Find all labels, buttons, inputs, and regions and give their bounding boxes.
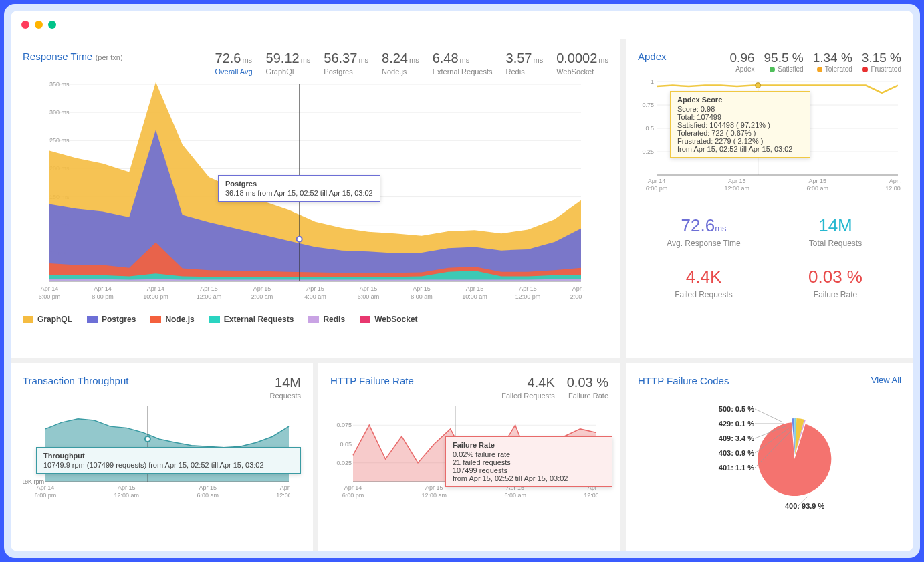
svg-text:12:00 pm: 12:00 pm (584, 492, 598, 499)
svg-text:6:00 pm: 6:00 pm (35, 492, 57, 499)
svg-text:Apr 14: Apr 14 (94, 285, 112, 292)
svg-text:6:00 pm: 6:00 pm (646, 185, 668, 192)
legend-item[interactable]: Redis (308, 315, 345, 324)
svg-text:Apr 14: Apr 14 (344, 484, 362, 491)
svg-text:0.5: 0.5 (645, 125, 654, 132)
failure-tooltip: Failure Rate 0.02% failure rate21 failed… (445, 436, 612, 487)
throughput-label: Requests (270, 392, 301, 400)
svg-text:6:00 am: 6:00 am (358, 293, 380, 300)
minimize-icon[interactable] (35, 21, 43, 29)
svg-text:Apr 15: Apr 15 (306, 285, 324, 292)
svg-text:Apr 15: Apr 15 (808, 178, 826, 184)
svg-text:2:00 am: 2:00 am (251, 293, 273, 300)
svg-text:1: 1 (651, 78, 654, 85)
svg-point-72 (145, 436, 150, 441)
svg-text:12:00 am: 12:00 am (725, 185, 750, 192)
svg-text:Apr 15: Apr 15 (889, 178, 901, 184)
apdex-tooltip: Apdex Score Score: 0.98Total: 107499Sati… (670, 91, 810, 158)
svg-text:0.025: 0.025 (336, 459, 352, 466)
legend-item[interactable]: GraphQL (23, 315, 72, 324)
svg-text:12:00 am: 12:00 am (114, 492, 140, 499)
svg-text:6:00 pm: 6:00 pm (39, 293, 61, 300)
svg-text:10:00 am: 10:00 am (462, 293, 487, 300)
svg-text:300 ms: 300 ms (49, 109, 70, 116)
pie-label: 500: 0.5 % (719, 405, 754, 413)
failure-rate-value: 0.03 % (567, 375, 608, 390)
failure-rate-card: HTTP Failure Rate 4.4K Failed Requests 0… (318, 363, 620, 552)
svg-text:350 ms: 350 ms (49, 81, 70, 88)
svg-text:Apr 15: Apr 15 (200, 285, 218, 292)
svg-text:Apr 15: Apr 15 (572, 285, 584, 292)
svg-text:12:00 pm: 12:00 pm (276, 492, 290, 499)
postgres-tooltip: Postgres 36.18 ms from Apr 15, 02:52 til… (218, 175, 380, 202)
pie-label: 429: 0.1 % (719, 420, 754, 428)
legend-item[interactable]: Node.js (150, 315, 194, 324)
svg-point-57 (756, 83, 761, 88)
failure-codes-card: HTTP Failure Codes View All 500: 0.5 %42… (626, 363, 913, 552)
svg-text:Apr 15: Apr 15 (425, 484, 443, 491)
svg-line-90 (755, 409, 782, 422)
svg-text:4:00 am: 4:00 am (304, 293, 326, 300)
svg-text:Apr 15: Apr 15 (199, 484, 217, 491)
svg-text:Apr 14: Apr 14 (41, 285, 59, 292)
failure-title: HTTP Failure Rate (330, 375, 414, 386)
svg-text:Apr 15: Apr 15 (360, 285, 378, 292)
svg-text:2:00 pm: 2:00 pm (570, 293, 584, 300)
svg-text:Apr 14: Apr 14 (37, 484, 55, 491)
svg-text:250 ms: 250 ms (49, 137, 70, 144)
throughput-card: Transaction Throughput 14M Requests 10K … (11, 363, 313, 552)
svg-text:10:00 pm: 10:00 pm (143, 293, 168, 300)
failure-codes-pie[interactable] (638, 392, 901, 519)
svg-text:12:00 pm: 12:00 pm (515, 293, 541, 300)
pie-label: 403: 0.9 % (719, 449, 754, 457)
apdex-title: Apdex (638, 51, 667, 62)
throughput-value: 14M (275, 375, 301, 390)
failed-requests-value: 4.4K (501, 375, 555, 390)
svg-point-38 (297, 237, 302, 242)
svg-text:6:00 pm: 6:00 pm (342, 492, 364, 499)
window-titlebar (11, 11, 913, 39)
view-all-link[interactable]: View All (871, 375, 901, 385)
svg-text:Apr 14: Apr 14 (648, 178, 666, 184)
svg-text:Apr 15: Apr 15 (253, 285, 271, 292)
svg-text:12:00 am: 12:00 am (422, 492, 447, 499)
svg-text:Apr 15: Apr 15 (280, 484, 290, 491)
response-time-title: Response Time (23, 51, 92, 62)
svg-text:0.05: 0.05 (340, 440, 352, 447)
svg-text:8:00 am: 8:00 am (411, 293, 433, 300)
svg-text:6:00 am: 6:00 am (504, 492, 526, 499)
svg-text:0.75: 0.75 (642, 102, 654, 108)
svg-text:Apr 15: Apr 15 (519, 285, 537, 292)
svg-text:Apr 14: Apr 14 (147, 285, 165, 292)
apdex-card: Apdex 0.96Apdex95.5 %Satisfied1.34 %Tole… (626, 39, 913, 358)
svg-text:Apr 15: Apr 15 (466, 285, 484, 292)
response-time-subtitle: (per txn) (96, 53, 123, 61)
svg-text:0.075: 0.075 (336, 422, 352, 428)
throughput-tooltip: Throughput 10749.9 rpm (107499 requests)… (36, 447, 301, 474)
svg-text:6:00 am: 6:00 am (197, 492, 219, 499)
svg-text:Apr 15: Apr 15 (118, 484, 136, 491)
throughput-title: Transaction Throughput (23, 375, 128, 386)
pie-label: 409: 3.4 % (719, 434, 754, 442)
close-icon[interactable] (21, 21, 29, 29)
svg-text:8:00 pm: 8:00 pm (92, 293, 114, 300)
response-time-card: Response Time (per txn) 72.6msOverall Av… (11, 39, 620, 358)
codes-title: HTTP Failure Codes (638, 375, 729, 386)
svg-text:12:00 pm: 12:00 pm (885, 185, 901, 192)
maximize-icon[interactable] (48, 21, 56, 29)
legend-item[interactable]: Postgres (87, 315, 136, 324)
svg-text:Apr 15: Apr 15 (728, 178, 746, 184)
legend-item[interactable]: External Requests (209, 315, 294, 324)
legend-item[interactable]: WebSocket (360, 315, 417, 324)
pie-label: 401: 1.1 % (719, 464, 754, 472)
svg-text:6:00 am: 6:00 am (806, 185, 828, 192)
svg-text:12:00 am: 12:00 am (197, 293, 222, 300)
svg-text:Apr 15: Apr 15 (413, 285, 431, 292)
svg-text:0.25: 0.25 (642, 148, 654, 155)
